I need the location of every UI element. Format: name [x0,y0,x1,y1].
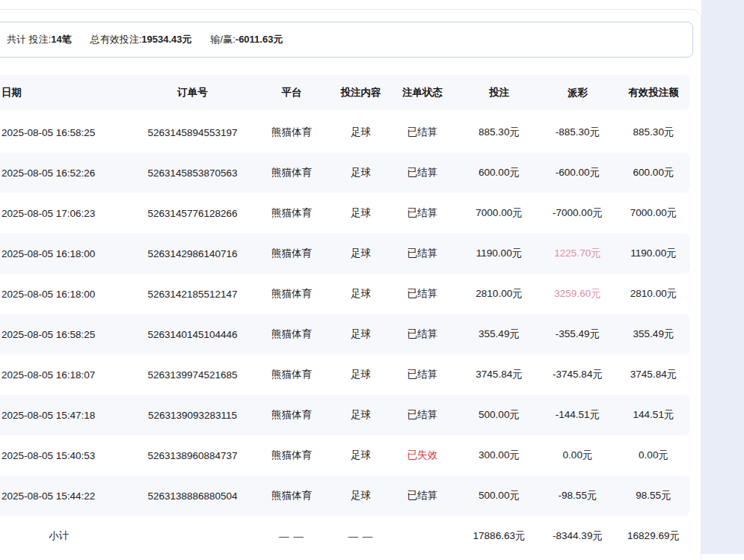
column-header-payout: 派彩 [538,86,617,99]
cell-payout: -144.51元 [538,408,617,422]
cell-content: 足球 [336,166,385,179]
summary-total-bets: 共计 投注:14笔 [7,33,72,46]
cell-date: 2025-08-05 16:58:25 [0,127,138,138]
cell-status: 已结算 [385,287,460,301]
cell-valid: 0.00元 [617,449,690,462]
summary-bar: 共计 投注:14笔 总有效投注:19534.43元 输/赢:-6011.63元 [0,22,693,58]
cell-bet: 600.00元 [460,166,538,179]
cell-valid: 355.49元 [617,327,690,341]
cell-platform: 熊猫体育 [247,368,336,381]
cell-content: 足球 [336,287,385,301]
cell-date: 2025-08-05 17:06:23 [0,208,138,219]
cell-date: 2025-08-05 16:18:00 [0,289,138,300]
cell-content: 足球 [336,408,385,422]
cell-content: 足球 [336,449,385,462]
cell-order: 5263145776128266 [138,208,247,219]
cell-order: 5263140145104446 [138,329,247,340]
table-row: 2025-08-05 17:06:235263145776128266熊猫体育足… [0,193,690,233]
cell-platform: 熊猫体育 [247,166,336,179]
table-row: 2025-08-05 16:18:005263142185512147熊猫体育足… [0,274,690,314]
cell-payout: -98.55元 [538,489,617,502]
cell-bet: 1190.00元 [460,247,538,260]
cell-platform: 熊猫体育 [247,247,336,260]
cell-platform: 熊猫体育 [247,449,336,462]
cell-content: 足球 [336,247,385,260]
summary-valid-label: 总有效投注: [90,33,142,46]
table-row: 2025-08-05 15:44:225263138886880504熊猫体育足… [0,476,690,516]
subtotal-bet: 17886.63元 [460,529,538,543]
cell-content: 足球 [336,327,385,341]
cell-status: 已失效 [385,449,460,462]
table-header-row: 日期订单号平台投注内容注单状态投注派彩有效投注额 [0,75,690,110]
cell-payout: -3745.84元 [538,368,617,381]
cell-order: 5263145894553197 [138,127,247,138]
cell-valid: 2810.00元 [617,287,690,301]
table-row: 2025-08-05 16:52:265263145853870563熊猫体育足… [0,153,690,193]
cell-bet: 7000.00元 [460,206,538,220]
cell-date: 2025-08-05 15:44:22 [0,490,138,502]
cell-valid: 144.51元 [617,408,690,422]
cell-bet: 885.30元 [460,126,538,139]
cell-bet: 500.00元 [460,408,538,422]
summary-valid-bets: 总有效投注:19534.43元 [90,33,192,46]
cell-date: 2025-08-05 15:47:18 [0,410,138,421]
column-header-bet: 投注 [460,86,538,99]
cell-order: 5263145853870563 [138,167,247,179]
column-header-content: 投注内容 [336,86,385,99]
cell-valid: 7000.00元 [617,206,690,220]
cell-valid: 98.55元 [617,489,690,502]
column-header-order: 订单号 [138,86,247,99]
cell-bet: 2810.00元 [460,287,538,301]
page-background-gutter [701,0,744,554]
column-header-valid: 有效投注额 [617,86,690,99]
cell-status: 已结算 [385,408,460,422]
table-row: 2025-08-05 16:58:255263140145104446熊猫体育足… [0,314,690,354]
cell-valid: 1190.00元 [617,247,690,260]
cell-order: 5263138960884737 [138,450,247,461]
cell-content: 足球 [336,126,385,139]
table-row: 2025-08-05 16:58:255263145894553197熊猫体育足… [0,112,690,153]
table-row: 2025-08-05 16:18:005263142986140716熊猫体育足… [0,233,690,274]
cell-payout: -600.00元 [538,166,617,179]
subtotal-valid: 16829.69元 [617,529,690,543]
cell-status: 已结算 [385,247,460,260]
subtotal-label: 小计 [0,529,138,543]
cell-order: 5263139974521685 [138,369,247,381]
cell-payout: 3259.60元 [538,287,617,301]
cell-platform: 熊猫体育 [247,408,336,422]
column-header-platform: 平台 [247,86,336,99]
cell-bet: 300.00元 [460,449,538,462]
summary-winloss: 输/赢:-6011.63元 [211,33,283,46]
cell-order: 5263142986140716 [138,248,247,259]
cell-status: 已结算 [385,126,460,139]
cell-status: 已结算 [385,166,460,179]
cell-status: 已结算 [385,327,460,341]
table-row: 2025-08-05 16:18:075263139974521685熊猫体育足… [0,354,690,395]
cell-content: 足球 [336,489,385,502]
cell-platform: 熊猫体育 [247,206,336,220]
column-header-status: 注单状态 [385,86,460,99]
subtotal-platform-dash: — — [247,531,336,542]
cell-date: 2025-08-05 16:52:26 [0,167,138,179]
cell-status: 已结算 [385,368,460,381]
cell-platform: 熊猫体育 [247,327,336,341]
summary-bets-label: 共计 投注: [7,33,51,46]
cell-date: 2025-08-05 16:58:25 [0,329,138,340]
cell-platform: 熊猫体育 [247,126,336,139]
subtotal-payout: -8344.39元 [538,529,617,543]
summary-winloss-value: -6011.63元 [236,33,283,46]
page: 共计 投注:14笔 总有效投注:19534.43元 输/赢:-6011.63元 … [0,0,744,560]
cell-payout: 1225.70元 [538,247,617,260]
summary-winloss-label: 输/赢: [211,33,236,46]
cell-payout: 0.00元 [538,449,617,462]
cell-order: 5263142185512147 [138,289,247,300]
table-body: 2025-08-05 16:58:255263145894553197熊猫体育足… [0,112,701,516]
cell-bet: 500.00元 [460,489,538,502]
summary-valid-value: 19534.43元 [141,33,191,46]
cell-valid: 885.30元 [617,126,690,139]
table-row: 2025-08-05 15:47:185263139093283115熊猫体育足… [0,395,690,435]
cell-valid: 3745.84元 [617,368,690,381]
cell-order: 5263139093283115 [138,410,247,421]
cell-payout: -885.30元 [538,126,617,139]
summary-bets-value: 14笔 [51,33,71,46]
